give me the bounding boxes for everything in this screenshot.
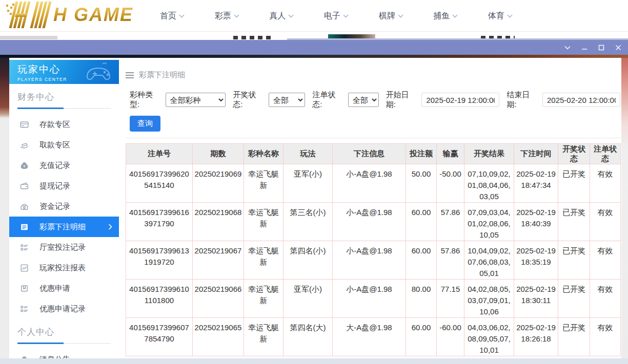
nav-item-live[interactable]: 真人 [269, 11, 294, 22]
cell-win-loss: 57.86 [437, 203, 464, 241]
cell-draw-result: 04,03,06,02,08,09,05,07,10,01 [464, 318, 514, 356]
table-row: 401569173996077854790 20250219065 幸运飞艇新 … [126, 318, 621, 356]
sidebar-item-lottery-bet-detail[interactable]: 彩票下注明细 [9, 217, 119, 237]
draw-status-select[interactable]: 全部 [269, 93, 305, 107]
cell-draw-result: 07,10,09,02,01,08,04,06,03,05 [464, 164, 514, 203]
nav-item-fishing[interactable]: 捕鱼 [433, 11, 458, 22]
cell-draw-status: 已开奖 [558, 280, 590, 318]
cell-bet-amount: 60.00 [406, 318, 437, 356]
site-logo[interactable]: H GAME [5, 2, 133, 28]
sidebar-item-label: 厅室投注记录 [39, 243, 86, 252]
sidebar-item-recharge-record[interactable]: 充值记录 [9, 155, 119, 176]
cell-win-loss: -60.00 [437, 318, 464, 356]
sidebar-item-label: 提现记录 [39, 181, 70, 191]
col-lottery-name: 彩种名称 [244, 144, 283, 164]
sidebar-item-hall-bet-record[interactable]: 厅室投注记录 [9, 237, 119, 258]
window-titlebar[interactable] [0, 40, 628, 55]
background-fragment [287, 38, 628, 40]
chevron-right-icon [108, 224, 112, 230]
chevron-down-icon [452, 14, 458, 18]
cell-play-type: 亚军(小) [283, 164, 333, 203]
cell-order-id: 401569173996131919720 [126, 241, 193, 280]
cell-bet-info: 小-A盘@1.98 [333, 280, 406, 318]
sidebar-item-label: 优惠申请 [39, 284, 70, 293]
sidebar-item-label: 取款专区 [39, 140, 70, 150]
nav-label: 真人 [269, 11, 286, 22]
cell-lottery-name: 幸运飞艇新 [244, 318, 283, 356]
close-icon[interactable] [615, 44, 622, 51]
site-header: H GAME 首页 彩票 真人 电子 棋牌 捕鱼 体育 [0, 0, 628, 32]
col-draw-result: 开奖结果 [464, 144, 514, 164]
filter-panel: 彩种类型: 全部彩种 开奖状态: 全部 注单状态: 全部 开始日期: 结束日期: [126, 88, 620, 138]
sidebar-item-announcements[interactable]: 消息公告 [9, 349, 119, 358]
cell-order-status: 有效 [590, 164, 621, 203]
sidebar-item-promo-apply-record[interactable]: 优惠申请记录 [9, 298, 119, 319]
sidebar-item-label: 资金记录 [39, 202, 70, 211]
sidebar-item-funds-record[interactable]: 资金记录 [9, 196, 119, 217]
chevron-down-icon [343, 14, 349, 18]
nav-item-home[interactable]: 首页 [160, 11, 185, 22]
col-play-type: 玩法 [283, 144, 333, 164]
order-status-label: 注单状态: [312, 90, 344, 110]
cell-bet-time: 2025-02-19 18:35:19 [514, 241, 558, 280]
sidebar-item-label: 彩票下注明细 [39, 222, 86, 232]
left-background-sliver [0, 58, 9, 358]
nav-label: 电子 [324, 11, 340, 22]
section-underline [17, 108, 111, 109]
table-row: 401569173996163971790 20250219068 幸运飞艇新 … [126, 203, 621, 241]
nav-item-lottery[interactable]: 彩票 [215, 11, 239, 22]
sidebar-item-label: 消息公告 [39, 355, 70, 359]
draw-status-label: 开奖状态: [233, 90, 265, 110]
cell-bet-time: 2025-02-19 18:47:34 [514, 164, 558, 203]
chevron-down-icon [507, 14, 513, 18]
cell-bet-time: 2025-02-19 18:26:18 [514, 318, 558, 356]
end-date-input[interactable] [542, 93, 620, 107]
nav-item-slots[interactable]: 电子 [324, 11, 349, 22]
cell-period: 20250219065 [193, 318, 244, 356]
sidebar-item-deposit[interactable]: 存款专区 [9, 114, 119, 135]
chevron-down-icon [398, 14, 403, 18]
search-button[interactable]: 查询 [130, 116, 160, 132]
nav-label: 彩票 [215, 11, 231, 22]
page-title: 彩票下注明细 [139, 70, 185, 80]
minimize-icon[interactable] [581, 44, 588, 51]
sidebar-item-player-bet-report[interactable]: 玩家投注报表 [9, 258, 119, 278]
background-fragment [0, 36, 57, 39]
sidebar-item-withdrawal-record[interactable]: 提现记录 [9, 176, 119, 196]
money-bag-icon [19, 161, 29, 170]
table-row: 401569173996101101800 20250219066 幸运飞艇新 … [126, 280, 621, 318]
lottery-type-select[interactable]: 全部彩种 [166, 93, 226, 107]
maximize-icon[interactable] [598, 44, 605, 51]
nav-item-sports[interactable]: 体育 [488, 11, 513, 22]
sidebar-item-label: 玩家投注报表 [39, 263, 86, 273]
order-status-select[interactable]: 全部 [348, 93, 379, 107]
collapse-icon[interactable] [564, 44, 571, 51]
end-date-label: 结束日期: [507, 90, 538, 110]
coin-purse-icon [19, 202, 29, 211]
cell-win-loss: 57.86 [437, 241, 464, 280]
chevron-down-icon [288, 14, 294, 18]
chevron-down-icon [179, 14, 185, 18]
background-page-sliver [0, 32, 628, 40]
cell-period: 20250219067 [193, 241, 244, 280]
col-order-status: 注单状态 [590, 144, 621, 164]
cell-win-loss: 77.15 [437, 280, 464, 318]
start-date-input[interactable] [421, 93, 499, 107]
cell-draw-status: 已开奖 [558, 241, 590, 280]
sidebar-section-personal: 个人中心 [17, 326, 111, 344]
cell-play-type: 第三名(小) [283, 203, 333, 241]
cell-draw-status: 已开奖 [558, 203, 590, 241]
nav-label: 捕鱼 [433, 11, 450, 22]
cell-bet-amount: 80.00 [406, 280, 437, 318]
document-list-icon [19, 222, 29, 232]
cell-order-status: 有效 [590, 318, 621, 356]
sidebar-item-label: 存款专区 [39, 120, 70, 130]
bet-detail-table: 注单号 期数 彩种名称 玩法 下注信息 投注额 输赢 开奖结果 下注时间 开奖状… [126, 143, 621, 356]
sidebar-items: 存款专区 取款专区 充值记录 [9, 114, 119, 319]
menu-toggle-icon[interactable] [126, 71, 134, 80]
main-nav: 首页 彩票 真人 电子 棋牌 捕鱼 体育 [160, 0, 513, 32]
nav-item-board-games[interactable]: 棋牌 [379, 11, 403, 22]
sidebar-item-promo-apply[interactable]: 优惠申请 [9, 278, 119, 298]
withdraw-hand-icon [19, 140, 29, 150]
sidebar-item-withdraw[interactable]: 取款专区 [9, 135, 119, 155]
